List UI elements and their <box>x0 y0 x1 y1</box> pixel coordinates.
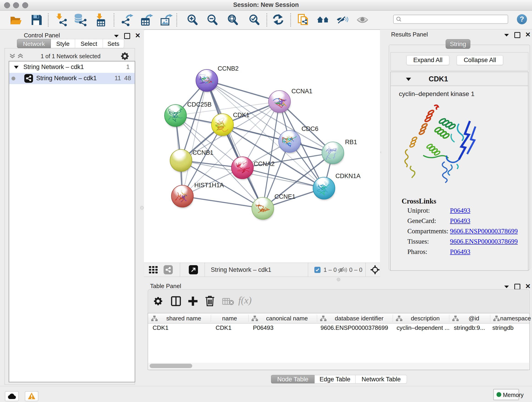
svg-text:CCNB2: CCNB2 <box>218 65 239 72</box>
svg-text:CCNA2: CCNA2 <box>254 160 275 167</box>
svg-text:CCNB1: CCNB1 <box>192 149 214 156</box>
svg-text:RB1: RB1 <box>345 139 357 146</box>
svg-text:HIST1H1A: HIST1H1A <box>194 182 224 189</box>
svg-text:CDC25B: CDC25B <box>187 101 212 108</box>
svg-text:CDKN1A: CDKN1A <box>336 172 361 179</box>
svg-text:CDK1: CDK1 <box>233 112 249 119</box>
svg-text:CDC6: CDC6 <box>302 125 318 132</box>
svg-text:CCNA1: CCNA1 <box>291 88 312 95</box>
svg-text:CCNE1: CCNE1 <box>274 193 296 200</box>
